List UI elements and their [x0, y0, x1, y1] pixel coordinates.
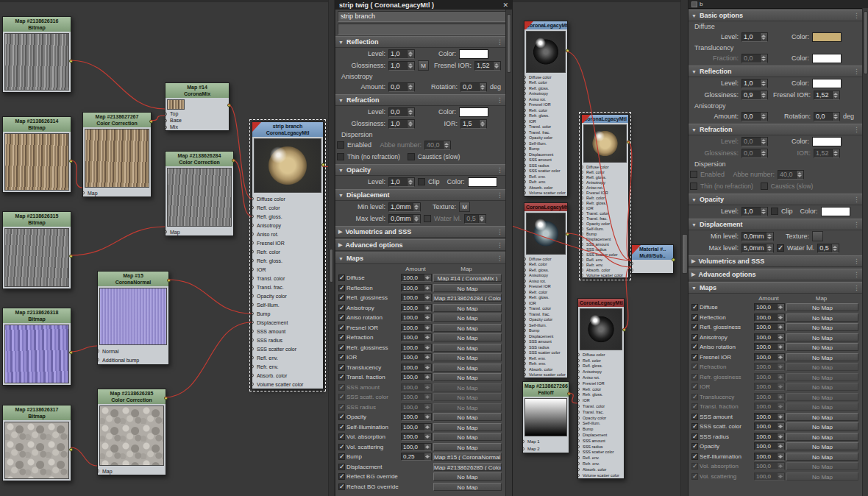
node-coronanormal-15[interactable]: Map #15CoronaNormalNormalAdditional bump [97, 271, 169, 365]
input-socket[interactable] [524, 158, 526, 162]
map-checkbox[interactable] [691, 423, 698, 430]
output-socket[interactable] [69, 60, 73, 63]
map-amount[interactable]: 100,0 [754, 353, 785, 361]
input-socket[interactable] [524, 340, 526, 344]
input-socket[interactable] [523, 440, 524, 444]
water-checkbox[interactable] [424, 215, 431, 222]
map-amount[interactable]: 100,0 [401, 274, 432, 282]
input-socket[interactable] [582, 201, 583, 205]
node-slot[interactable]: Transl. frac. [252, 283, 323, 291]
node-slot[interactable]: Additional bump [98, 355, 168, 364]
node-slot[interactable]: Aniso rot. [582, 185, 628, 190]
max-level-field[interactable]: 5,0mm [741, 244, 774, 253]
node-cc-2138627267[interactable]: Map #2138627267Color CorrectionMap [82, 112, 152, 197]
node-slot[interactable]: Displacement [252, 318, 323, 327]
node-slot[interactable]: Refl. env. [582, 257, 628, 262]
input-socket[interactable] [252, 259, 254, 263]
map-checkbox[interactable] [338, 414, 345, 420]
node-slot[interactable]: SSS scatter color [578, 450, 624, 456]
node-slot[interactable]: Map [166, 228, 233, 235]
node-slot[interactable]: Refl. env. [524, 355, 567, 361]
map-slot-button[interactable]: No Map [433, 284, 502, 292]
spinner[interactable] [407, 108, 414, 116]
spinner[interactable] [777, 383, 784, 390]
spinner[interactable] [424, 334, 431, 341]
node-slot[interactable]: Refr. gloss. [578, 392, 624, 398]
spinner[interactable] [424, 404, 431, 411]
node-slot[interactable]: Refr. gloss. [524, 113, 567, 119]
node-slot[interactable]: Anisotropy [252, 221, 323, 230]
node-preview[interactable] [99, 288, 167, 345]
node-mtl-c[interactable]: CoronaLegacyMtlDiffuse colorRefl. colorR… [524, 202, 568, 378]
node-slot[interactable]: Opacity color [582, 221, 628, 226]
map-slot-button[interactable]: No Map [433, 333, 502, 341]
input-socket[interactable] [578, 422, 580, 425]
spinner[interactable] [760, 138, 767, 146]
spinner[interactable] [777, 414, 784, 420]
opacity-level-field[interactable]: 1,0 [741, 207, 768, 216]
spinner[interactable] [424, 444, 431, 450]
node-preview[interactable] [4, 422, 69, 479]
output-socket[interactable] [622, 328, 626, 332]
map-amount[interactable]: 0,25 [401, 453, 432, 461]
water-field[interactable]: 0,5 [817, 244, 839, 253]
spinner[interactable] [832, 149, 839, 157]
input-socket[interactable] [166, 230, 167, 234]
input-socket[interactable] [523, 447, 524, 451]
input-socket[interactable] [524, 125, 526, 129]
spinner[interactable] [424, 364, 431, 371]
input-socket[interactable] [252, 339, 254, 342]
node-slot[interactable]: SSS amount [524, 339, 567, 345]
node-slot[interactable]: Opacity color [524, 135, 567, 141]
node-slot[interactable]: Fresnel IOR [578, 380, 624, 386]
map-amount[interactable]: 100,0 [401, 304, 432, 312]
input-socket[interactable] [524, 263, 526, 266]
reflection-level-field[interactable]: 1,0 [741, 79, 768, 88]
input-socket[interactable] [578, 381, 580, 385]
input-socket[interactable] [524, 334, 526, 338]
node-slot[interactable]: Volume scatter color [524, 372, 567, 378]
input-socket[interactable] [524, 268, 526, 272]
spinner[interactable] [777, 364, 784, 370]
node-slot[interactable]: Refr. gloss. [524, 295, 567, 301]
input-socket[interactable] [524, 130, 526, 134]
map-amount[interactable]: 100,0 [754, 403, 785, 411]
map-checkbox[interactable] [691, 414, 698, 420]
map-slot-button[interactable]: No Map [786, 453, 858, 461]
map-amount[interactable]: 100,0 [401, 313, 432, 322]
map-amount[interactable]: 100,0 [754, 383, 785, 391]
node-preview[interactable] [580, 308, 622, 350]
reflection-color-swatch[interactable] [812, 79, 842, 88]
node-slot[interactable]: SSS scatter color [524, 169, 567, 174]
input-socket[interactable] [252, 356, 254, 360]
node-slot[interactable]: IOR [582, 205, 628, 210]
node-slot[interactable]: Bump [524, 146, 567, 152]
map-checkbox[interactable] [338, 464, 345, 470]
node-preview[interactable] [167, 168, 232, 227]
spinner[interactable] [443, 141, 450, 149]
node-preview[interactable] [526, 31, 566, 73]
input-socket[interactable] [578, 439, 580, 442]
node-slot[interactable]: Anisotropy [582, 180, 628, 185]
node-slot[interactable]: SSS amount [252, 327, 323, 336]
node-header[interactable]: Map #14CoronaMix [166, 83, 229, 98]
diffuse-level-field[interactable]: 1,0 [741, 32, 768, 42]
output-socket[interactable] [566, 233, 569, 236]
node-slot[interactable]: Map [98, 467, 166, 475]
input-socket[interactable] [578, 416, 580, 419]
map-slot-button[interactable]: No Map [433, 373, 502, 381]
map-amount[interactable]: 100,0 [754, 453, 785, 461]
node-slot[interactable]: Transl. frac. [524, 130, 567, 135]
node-preview[interactable] [99, 405, 164, 466]
map-checkbox[interactable] [338, 404, 345, 411]
input-socket[interactable] [524, 296, 526, 300]
node-slot[interactable]: Anisotropy [524, 273, 567, 279]
node-slot[interactable]: Fresnel IOR [524, 284, 567, 290]
map-slot-button[interactable]: No Map [433, 413, 502, 421]
node-slot[interactable]: Fresnel IOR [252, 238, 323, 247]
map-slot-button[interactable]: No Map [786, 323, 858, 331]
map-slot-button[interactable]: Map #14 ( CoronaMix ) [433, 274, 502, 282]
node-slot[interactable]: IOR [252, 265, 323, 274]
spinner[interactable] [407, 178, 414, 186]
fresnel-ior-field[interactable]: 1,52 [474, 61, 501, 71]
